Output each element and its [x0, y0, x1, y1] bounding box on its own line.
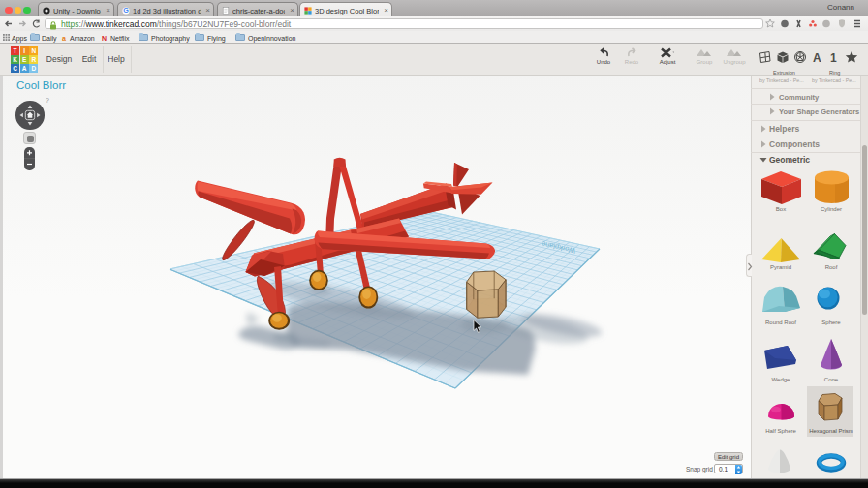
svg-text:G: G [123, 7, 129, 15]
svg-text:1: 1 [830, 51, 837, 65]
svg-text:A: A [813, 51, 822, 65]
